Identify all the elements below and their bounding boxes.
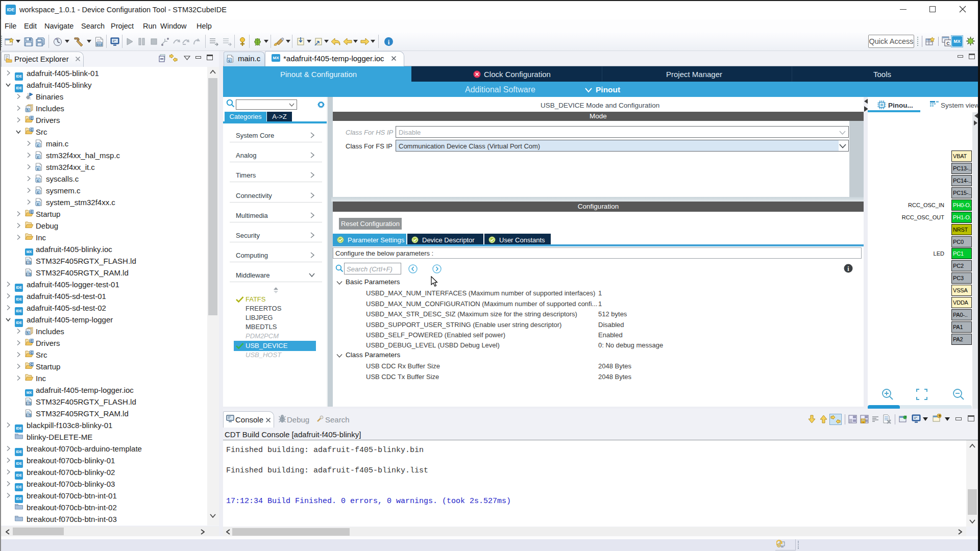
svg-text:LD: LD xyxy=(27,273,30,276)
svg-text:010: 010 xyxy=(96,43,102,46)
svg-text:C: C xyxy=(31,210,33,213)
svg-text:c: c xyxy=(37,201,39,206)
svg-text:🔒: 🔒 xyxy=(861,419,866,423)
svg-text:c: c xyxy=(37,166,39,170)
svg-text:c: c xyxy=(37,154,39,159)
svg-text:h: h xyxy=(27,108,29,112)
svg-text:c: c xyxy=(37,142,39,147)
svg-text:LD: LD xyxy=(27,261,30,264)
svg-text:LD: LD xyxy=(27,402,30,405)
svg-text:i: i xyxy=(388,38,390,46)
svg-text:c: c xyxy=(37,178,39,182)
svg-text:h: h xyxy=(27,331,29,335)
svg-text:LD: LD xyxy=(27,414,30,417)
svg-text:C: C xyxy=(31,116,33,119)
svg-text:C: C xyxy=(31,350,33,354)
svg-text:C: C xyxy=(31,128,33,131)
svg-text:c: c xyxy=(228,58,231,63)
svg-text:C: C xyxy=(946,41,950,46)
svg-text:c: c xyxy=(37,189,39,194)
svg-text:C: C xyxy=(31,339,33,342)
svg-text:C: C xyxy=(31,362,33,366)
